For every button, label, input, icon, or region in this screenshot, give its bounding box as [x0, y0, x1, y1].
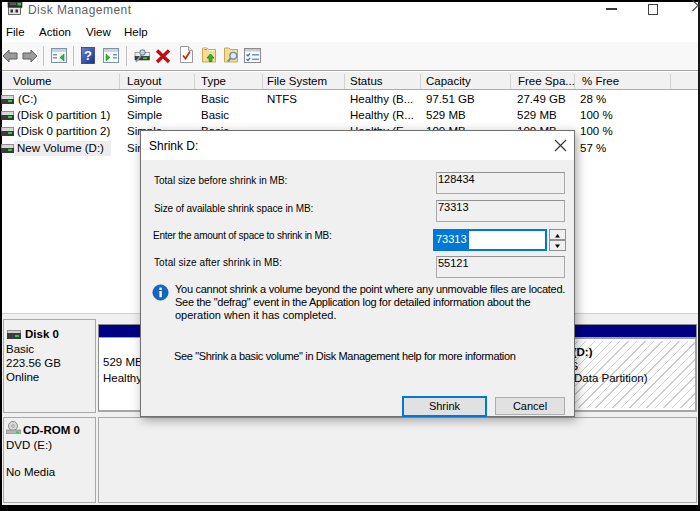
svg-text:?: ?: [84, 48, 92, 63]
